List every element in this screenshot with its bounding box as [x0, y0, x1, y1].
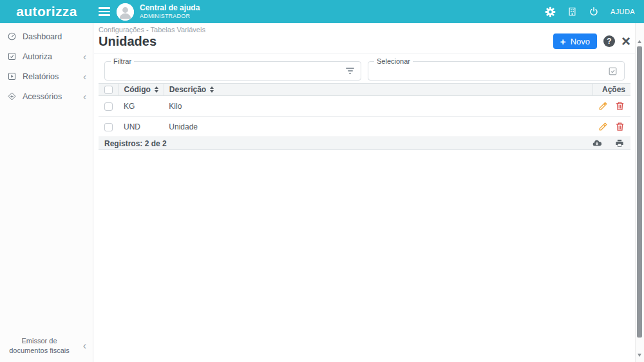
sidebar-item-label: Dashboard: [23, 32, 62, 41]
diamond-plus-icon: [7, 91, 17, 101]
cell-descricao: Unidade: [164, 117, 592, 137]
sort-icon[interactable]: [210, 86, 214, 93]
avatar[interactable]: [117, 3, 134, 21]
topbar-content: Central de ajuda ADMINISTRADOR: [93, 0, 644, 23]
sort-icon[interactable]: [155, 86, 158, 93]
cell-codigo: KG: [118, 96, 164, 117]
chevron-left-icon: ‹: [83, 93, 86, 100]
app-logo-text: autorizza: [16, 4, 77, 19]
help-icon[interactable]: ?: [603, 35, 615, 47]
select-field-label: Selecionar: [374, 57, 413, 65]
main-panel: Configurações - Tabelas Variáveis Unidad…: [94, 23, 636, 362]
chevron-left-icon: ‹: [83, 343, 86, 349]
scroll-up-arrow-icon[interactable]: [638, 40, 641, 43]
edit-icon[interactable]: [598, 101, 608, 111]
building-icon[interactable]: [567, 6, 577, 17]
ajuda-link[interactable]: AJUDA: [611, 8, 635, 15]
row-checkbox[interactable]: [104, 123, 113, 131]
sidebar-item-emissor[interactable]: Emissor de documentos fiscais ‹: [0, 332, 93, 359]
cell-codigo: UND: [118, 117, 164, 137]
chevron-left-icon: ‹: [83, 73, 86, 80]
filter-field-label: Filtrar: [111, 57, 134, 65]
help-center-label: Central de ajuda: [140, 4, 200, 13]
table-header-row: Código Descrição Ações: [99, 84, 630, 96]
print-icon[interactable]: [614, 138, 625, 148]
person-icon: [117, 3, 134, 21]
scroll-down-arrow-icon[interactable]: [638, 354, 641, 357]
edit-icon[interactable]: [598, 122, 608, 131]
delete-icon[interactable]: [615, 101, 625, 111]
hamburger-menu-icon[interactable]: [99, 7, 110, 16]
chevron-left-icon: ‹: [83, 53, 86, 60]
sidebar-item-dashboard[interactable]: Dashboard: [0, 26, 93, 46]
checkbox-icon[interactable]: [608, 66, 618, 76]
sidebar: Dashboard Autoriza ‹ Relatórios ‹: [0, 23, 93, 362]
power-icon[interactable]: [589, 6, 599, 17]
sidebar-footer-label: Emissor de documentos fiscais: [4, 336, 75, 356]
title-divider: [94, 53, 635, 53]
units-table: Código Descrição Ações: [99, 83, 630, 150]
gauge-icon: [7, 32, 17, 41]
novo-button[interactable]: + Novo: [553, 33, 597, 49]
page-title: Unidades: [99, 34, 156, 48]
sidebar-item-acessorios[interactable]: Acessórios ‹: [0, 86, 93, 106]
delete-icon[interactable]: [615, 122, 625, 131]
checkbox-icon: [7, 52, 17, 61]
select-field: Selecionar: [368, 61, 625, 81]
sidebar-item-label: Acessórios: [23, 92, 62, 101]
topbar-actions: AJUDA: [545, 6, 635, 17]
sidebar-item-label: Relatórios: [23, 72, 59, 81]
sidebar-item-autoriza[interactable]: Autoriza ‹: [0, 46, 93, 66]
novo-button-label: Novo: [571, 37, 590, 46]
sidebar-item-relatorios[interactable]: Relatórios ‹: [0, 66, 93, 86]
user-info[interactable]: Central de ajuda ADMINISTRADOR: [140, 4, 200, 19]
play-square-icon: [7, 71, 17, 81]
table-row[interactable]: KG Kilo: [99, 96, 630, 117]
gear-icon[interactable]: [545, 6, 556, 17]
plus-icon: +: [560, 37, 566, 46]
filter-field: Filtrar: [104, 61, 361, 81]
breadcrumb: Configurações - Tabelas Variáveis: [99, 26, 630, 33]
user-role-label: ADMINISTRADOR: [140, 13, 200, 19]
cell-descricao: Kilo: [164, 96, 592, 117]
column-header-codigo: Código: [124, 85, 151, 94]
filter-lines-icon[interactable]: [346, 68, 354, 74]
column-header-acoes: Ações: [593, 84, 630, 96]
topbar: autorizza Central de ajuda ADMINISTRADOR: [0, 0, 644, 23]
select-all-checkbox[interactable]: [104, 86, 113, 94]
records-count: Registros: 2 de 2: [104, 139, 167, 148]
scrollbar[interactable]: [636, 23, 644, 362]
close-icon[interactable]: ×: [621, 36, 630, 46]
cloud-download-icon[interactable]: [592, 138, 602, 148]
column-header-descricao: Descrição: [169, 85, 206, 94]
table-row[interactable]: UND Unidade: [99, 117, 630, 137]
table-footer-row: Registros: 2 de 2: [99, 137, 630, 150]
app-logo[interactable]: autorizza: [0, 0, 93, 23]
row-checkbox[interactable]: [104, 102, 113, 111]
sidebar-item-label: Autoriza: [23, 52, 52, 61]
filter-input[interactable]: [105, 62, 346, 80]
scrollbar-thumb[interactable]: [637, 46, 642, 338]
